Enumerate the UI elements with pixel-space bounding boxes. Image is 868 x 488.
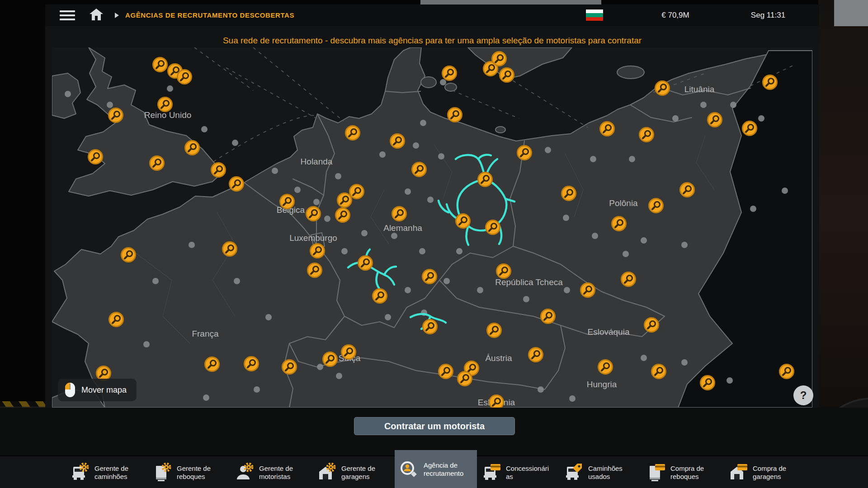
agency-marker[interactable]: [153, 58, 167, 72]
agency-marker[interactable]: [122, 248, 136, 262]
agency-marker[interactable]: [205, 357, 219, 371]
agency-marker[interactable]: [308, 263, 322, 277]
agency-marker[interactable]: [529, 348, 543, 362]
europe-map[interactable]: Reino UnidoHolandaBélgicaLuxemburgoAlema…: [52, 47, 812, 408]
agency-marker[interactable]: [599, 360, 613, 374]
agency-marker[interactable]: [656, 81, 670, 95]
menu-icon[interactable]: [60, 10, 75, 20]
agency-marker[interactable]: [423, 320, 437, 334]
agency-marker[interactable]: [97, 366, 111, 380]
agency-marker[interactable]: [600, 122, 614, 136]
agency-marker[interactable]: [280, 195, 294, 209]
agency-marker[interactable]: [640, 128, 654, 142]
agency-marker[interactable]: [392, 207, 406, 221]
agency-marker[interactable]: [391, 134, 405, 148]
agency-marker[interactable]: [109, 313, 123, 327]
agency-marker-circle: [359, 256, 373, 270]
agency-marker[interactable]: [456, 214, 470, 228]
city-dot: [413, 142, 419, 149]
agency-marker[interactable]: [359, 256, 373, 270]
agency-marker[interactable]: [185, 141, 199, 155]
city-dot: [201, 126, 208, 132]
agency-marker[interactable]: [283, 360, 297, 374]
agency-marker-circle: [562, 187, 576, 201]
agency-marker[interactable]: [412, 163, 426, 177]
help-button[interactable]: ?: [793, 385, 813, 405]
tab-truck-card[interactable]: Concessionárias: [477, 456, 559, 488]
agency-marker[interactable]: [439, 365, 453, 379]
agency-marker[interactable]: [518, 146, 532, 160]
agency-marker[interactable]: [541, 310, 555, 324]
agency-marker-circle: [178, 70, 192, 84]
tab-label: Gerente de motoristas: [259, 465, 304, 480]
agency-marker[interactable]: [492, 52, 506, 66]
management-toolbar: Gerente de caminhõesGerente de reboquesG…: [0, 455, 868, 488]
agency-marker[interactable]: [342, 345, 356, 359]
agency-marker[interactable]: [311, 244, 325, 258]
agency-marker[interactable]: [652, 365, 666, 379]
agency-marker-circle: [581, 283, 595, 297]
agency-marker[interactable]: [109, 108, 123, 122]
agency-marker-circle: [350, 185, 364, 199]
agency-marker[interactable]: [497, 264, 511, 278]
agency-marker[interactable]: [486, 221, 500, 235]
agency-marker[interactable]: [423, 270, 437, 284]
agency-marker[interactable]: [649, 199, 663, 213]
agency-marker[interactable]: [645, 318, 659, 332]
tab-trailer-card[interactable]: Compra de reboques: [642, 456, 724, 488]
agency-marker[interactable]: [323, 352, 337, 366]
agency-marker-circle: [622, 272, 636, 286]
agency-marker[interactable]: [338, 193, 352, 207]
tab-truck-tag[interactable]: Caminhões usados: [559, 456, 642, 488]
agency-marker[interactable]: [562, 187, 576, 201]
home-icon[interactable]: [89, 8, 104, 23]
city-dot: [700, 102, 707, 108]
agency-marker-circle: [443, 66, 457, 80]
tab-recruitment-magnifier[interactable]: Agência de recrutamento: [395, 450, 477, 488]
agency-marker[interactable]: [150, 156, 164, 170]
city-dot: [272, 168, 278, 174]
agency-marker[interactable]: [230, 177, 244, 191]
agency-marker[interactable]: [680, 183, 694, 197]
agency-marker[interactable]: [245, 357, 259, 371]
tab-driver-gear[interactable]: Gerente de motoristas: [230, 456, 312, 488]
city-dot: [782, 188, 788, 194]
city-dot: [405, 287, 411, 293]
hire-driver-button[interactable]: Contratar um motorista: [354, 417, 515, 435]
tab-label: Agência de recrutamento: [424, 461, 469, 477]
agency-marker-circle: [97, 366, 111, 380]
agency-marker[interactable]: [373, 289, 387, 303]
tab-garage-card[interactable]: Compra de garagens: [724, 456, 806, 488]
tab-truck-gear[interactable]: Gerente de caminhões: [66, 456, 148, 488]
agency-marker[interactable]: [223, 242, 237, 256]
agency-marker[interactable]: [487, 324, 501, 338]
country-label: Áustria: [485, 353, 512, 363]
agency-marker[interactable]: [743, 122, 757, 136]
agency-marker[interactable]: [780, 365, 794, 379]
agency-marker[interactable]: [350, 185, 364, 199]
agency-marker[interactable]: [346, 126, 360, 140]
agency-marker[interactable]: [458, 372, 472, 386]
agency-marker[interactable]: [307, 207, 321, 221]
agency-marker[interactable]: [89, 150, 103, 164]
agency-marker[interactable]: [763, 75, 777, 89]
agency-marker[interactable]: [336, 208, 350, 222]
agency-marker[interactable]: [500, 68, 514, 82]
agency-marker[interactable]: [478, 173, 492, 187]
agency-marker[interactable]: [212, 163, 226, 177]
tab-garage-gear[interactable]: Gerente de garagens: [312, 456, 395, 488]
agency-marker[interactable]: [158, 98, 172, 112]
agency-marker-circle: [423, 320, 437, 334]
agency-marker[interactable]: [178, 70, 192, 84]
agency-marker[interactable]: [622, 272, 636, 286]
agency-marker-circle: [311, 244, 325, 258]
agency-marker[interactable]: [448, 108, 462, 122]
agency-marker[interactable]: [581, 283, 595, 297]
tab-label: Gerente de reboques: [177, 465, 222, 480]
tab-trailer-gear[interactable]: Gerente de reboques: [148, 456, 230, 488]
agency-marker[interactable]: [708, 113, 722, 127]
agency-marker[interactable]: [612, 217, 626, 231]
agency-marker[interactable]: [443, 66, 457, 80]
agency-marker[interactable]: [701, 376, 715, 390]
agency-marker[interactable]: [490, 395, 504, 408]
